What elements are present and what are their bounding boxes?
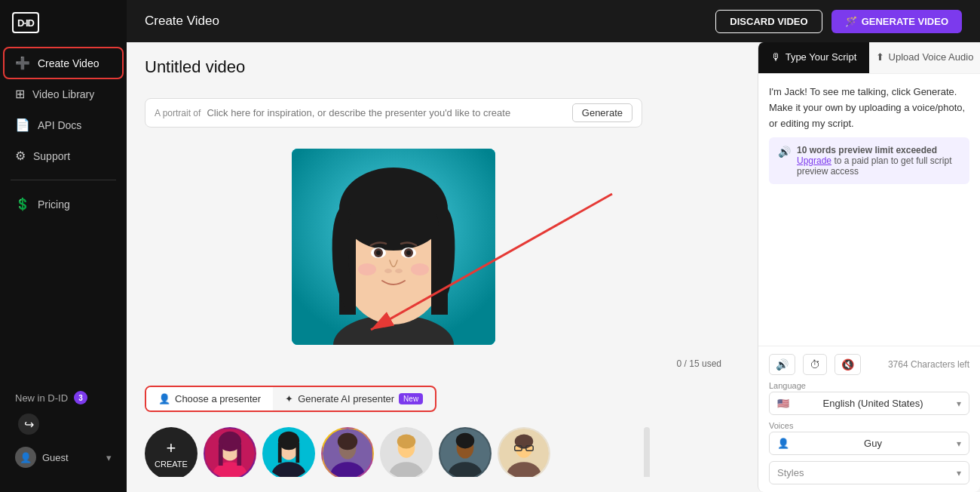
new-tag: New (399, 393, 423, 404)
warning-body: Upgrade to a paid plan to get full scrip… (797, 155, 960, 177)
create-label: CREATE (155, 460, 188, 469)
script-text: I'm Jack! To see me talking, click Gener… (769, 85, 969, 131)
chevron-down-icon-styles: ▾ (957, 468, 961, 478)
plus-icon: ➕ (15, 56, 30, 70)
generate-ai-tab[interactable]: ✦ Generate AI presenter New (273, 387, 435, 411)
avatar-6[interactable] (498, 427, 550, 477)
sidebar-item-api-docs[interactable]: 📄 API Docs (5, 110, 122, 140)
person-icon: 👤 (158, 393, 170, 404)
guest-item[interactable]: 👤 Guest ▾ (5, 441, 122, 474)
scroll-bar[interactable] (644, 427, 650, 477)
language-config: Language 🇺🇸 English (United States) ▾ (769, 381, 969, 415)
svg-rect-3 (363, 322, 424, 345)
new-badge: 3 (74, 391, 87, 404)
generate-portrait-button[interactable]: Generate (572, 103, 632, 122)
mute-button[interactable]: 🔇 (835, 354, 861, 375)
dollar-icon: 💲 (15, 197, 30, 211)
person-icon: 👤 (777, 438, 789, 449)
flag-icon: 🇺🇸 (777, 398, 789, 409)
mic-icon: 🎙 (771, 51, 781, 63)
avatars-container: + CREATE (145, 427, 642, 477)
generate-video-button[interactable]: 🪄 GENERATE VIDEO (831, 10, 962, 33)
script-panel: 🎙 Type Your Script ⬆ Upload Voice Audio … (758, 42, 980, 492)
main-content: Create Video DISCARD VIDEO 🪄 GENERATE VI… (127, 0, 980, 492)
sidebar-label-support: Support (33, 150, 70, 162)
upgrade-link[interactable]: Upgrade (797, 155, 831, 166)
type-script-tab[interactable]: 🎙 Type Your Script (758, 42, 869, 73)
svg-rect-31 (296, 443, 299, 463)
timer-button[interactable]: ⏱ (803, 354, 827, 375)
generate-ai-label: Generate AI presenter (298, 393, 394, 404)
language-value: English (United States) (823, 398, 923, 409)
avatar-3[interactable] (321, 427, 374, 477)
sidebar-item-create-video[interactable]: ➕ Create Video (5, 48, 122, 78)
svg-point-43 (456, 433, 475, 449)
upload-audio-tab[interactable]: ⬆ Upload Voice Audio (869, 42, 980, 73)
voices-select[interactable]: 👤 Guy ▾ (769, 432, 969, 455)
avatar: 👤 (15, 447, 36, 468)
portrait-input[interactable] (207, 107, 565, 118)
language-select[interactable]: 🇺🇸 English (United States) ▾ (769, 392, 969, 415)
left-section: Untitled video A portrait of Generate (145, 57, 721, 477)
avatar-4[interactable] (380, 427, 433, 477)
sidebar-label-api: API Docs (38, 119, 81, 131)
portrait-bar: A portrait of Generate (145, 98, 642, 128)
avatar-2[interactable] (262, 427, 315, 477)
generate-label: GENERATE VIDEO (862, 16, 948, 27)
sidebar-item-support[interactable]: ⚙ Support (5, 141, 122, 171)
svg-point-10 (376, 251, 381, 255)
avatar-1[interactable] (204, 427, 256, 477)
choose-presenter-tab[interactable]: 👤 Choose a presenter (146, 387, 273, 411)
doc-icon: 📄 (15, 118, 30, 132)
svg-rect-30 (278, 443, 282, 463)
sidebar-item-pricing[interactable]: 💲 Pricing (5, 189, 122, 219)
voices-config: Voices 👤 Guy ▾ (769, 421, 969, 455)
warning-content: 10 words preview limit exceeded Upgrade … (797, 145, 960, 177)
upload-icon: ⬆ (876, 51, 884, 63)
sidebar: D·ID ➕ Create Video ⊞ Video Library 📄 AP… (0, 0, 127, 492)
sidebar-item-video-library[interactable]: ⊞ Video Library (5, 79, 122, 109)
warning-icon: 🔊 (778, 146, 791, 158)
svg-rect-25 (237, 444, 241, 466)
generate-icon: 🪄 (845, 16, 857, 27)
voices-value: Guy (864, 438, 882, 449)
forward-button[interactable]: ↪ (18, 414, 39, 435)
voices-label: Voices (769, 421, 969, 430)
sidebar-label-pricing: Pricing (38, 198, 70, 211)
upload-audio-label: Upload Voice Audio (889, 51, 974, 63)
create-avatar-button[interactable]: + CREATE (145, 427, 198, 477)
styles-select[interactable]: Styles ▾ (769, 461, 969, 484)
new-in-did[interactable]: New in D-ID 3 (5, 385, 122, 411)
video-title: Untitled video (145, 57, 721, 77)
avatar-5[interactable] (439, 427, 492, 477)
styles-placeholder: Styles (777, 467, 804, 478)
language-label: Language (769, 381, 969, 390)
sidebar-nav: ➕ Create Video ⊞ Video Library 📄 API Doc… (0, 48, 127, 385)
sidebar-bottom: New in D-ID 3 ↪ 👤 Guest ▾ (0, 385, 127, 480)
script-tabs: 🎙 Type Your Script ⬆ Upload Voice Audio (758, 42, 980, 74)
presenter-image (292, 149, 495, 345)
grid-icon: ⊞ (15, 87, 25, 101)
gear-icon: ⚙ (15, 149, 26, 163)
presenter-controls: 👤 Choose a presenter ✦ Generate AI prese… (145, 386, 642, 412)
usage-text: 0 / 15 used (677, 358, 721, 369)
presenter-image-section (145, 149, 642, 345)
main-area: Untitled video A portrait of Generate (127, 42, 980, 492)
sidebar-divider (11, 180, 116, 180)
plus-icon: + (167, 438, 176, 458)
volume-button[interactable]: 🔊 (769, 354, 795, 375)
script-config: Language 🇺🇸 English (United States) ▾ Vo… (769, 381, 969, 484)
chars-left: 3764 Characters left (888, 359, 969, 370)
discard-video-button[interactable]: DISCARD VIDEO (715, 10, 822, 33)
script-warning: 🔊 10 words preview limit exceeded Upgrad… (769, 137, 969, 184)
topbar-actions: DISCARD VIDEO 🪄 GENERATE VIDEO (715, 10, 962, 33)
svg-point-47 (515, 435, 534, 449)
script-footer: 🔊 ⏱ 🔇 3764 Characters left Language 🇺🇸 E… (758, 346, 980, 492)
svg-point-35 (338, 433, 357, 450)
svg-point-15 (395, 269, 403, 273)
svg-point-16 (358, 263, 376, 275)
svg-point-39 (397, 435, 416, 449)
presenter-tabs: 👤 Choose a presenter ✦ Generate AI prese… (145, 386, 436, 412)
type-script-label: Type Your Script (786, 51, 857, 63)
choose-presenter-label: Choose a presenter (175, 393, 261, 404)
